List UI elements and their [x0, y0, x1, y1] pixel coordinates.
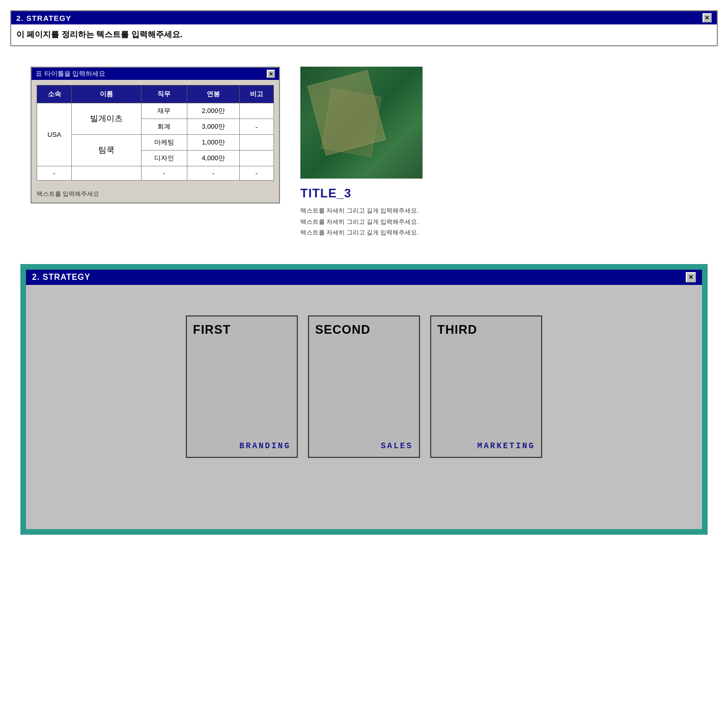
table-footer: 텍스트를 입력해주세요 — [32, 186, 279, 202]
top-strategy-panel: 2. STRATEGY ✕ 이 페이지를 정리하는 텍스트를 입력해주세요. — [10, 10, 718, 46]
cell-role-design: 디자인 — [141, 151, 187, 166]
card-third: THIRD MARKETING — [430, 315, 542, 458]
cell-role-accounting: 회계 — [141, 119, 187, 135]
card-first-subtitle: BRANDING — [193, 442, 291, 451]
table-close-button[interactable]: ✕ — [267, 70, 275, 78]
cell-note-3 — [239, 135, 273, 151]
cell-note-2: - — [239, 119, 273, 135]
desc-line-2: 텍스트를 자세히 그리고 길게 입력해주세요. — [300, 217, 697, 228]
col-header-note: 비고 — [239, 85, 273, 103]
card-first-title: FIRST — [193, 323, 291, 337]
top-strategy-body: 이 페이지를 정리하는 텍스트를 입력해주세요. — [11, 24, 717, 45]
cell-footer-role: - — [141, 166, 187, 181]
cell-salary-4000: 4,000만 — [187, 151, 240, 166]
cell-footer-name — [72, 166, 141, 181]
top-strategy-titlebar: 2. STRATEGY ✕ — [11, 11, 717, 24]
bottom-section: 2. STRATEGY ✕ FIRST BRANDING SECOND SALE… — [20, 264, 708, 535]
table-window: 표 타이틀을 입력하세요 ✕ 소속 이름 직무 연봉 비고 — [31, 67, 280, 203]
cell-note-1 — [239, 103, 273, 119]
cell-affiliation-usa: USA — [37, 103, 72, 166]
bottom-content: FIRST BRANDING SECOND SALES THIRD MARKET… — [26, 285, 702, 488]
cell-role-finance: 재무 — [141, 103, 187, 119]
col-header-name: 이름 — [72, 85, 141, 103]
card-third-title: THIRD — [437, 323, 535, 337]
table-row: 팀쿡 마케팅 1,000만 — [37, 135, 274, 151]
right-content: TITLE_3 텍스트를 자세히 그리고 길게 입력해주세요. 텍스트를 자세히… — [300, 67, 697, 239]
desc-line-1: 텍스트를 자세히 그리고 길게 입력해주세요. — [300, 206, 697, 217]
table-title: 표 타이틀을 입력하세요 — [36, 69, 105, 78]
data-table: 소속 이름 직무 연봉 비고 USA 빌게이츠 재무 2,000만 — [37, 85, 274, 181]
cell-note-4 — [239, 151, 273, 166]
card-second-subtitle: SALES — [315, 442, 413, 451]
cell-footer-salary: - — [187, 166, 240, 181]
top-strategy-title: 2. STRATEGY — [16, 14, 71, 22]
cards-row: FIRST BRANDING SECOND SALES THIRD MARKET… — [46, 315, 682, 458]
bottom-title: 2. STRATEGY — [32, 273, 91, 282]
top-strategy-text: 이 페이지를 정리하는 텍스트를 입력해주세요. — [16, 30, 182, 39]
desc-line-3: 텍스트를 자세히 그리고 길게 입력해주세요. — [300, 227, 697, 239]
cell-footer-note: - — [239, 166, 273, 181]
card-second: SECOND SALES — [308, 315, 420, 458]
card-third-subtitle: MARKETING — [437, 442, 535, 451]
cell-footer-affiliation: - — [37, 166, 72, 181]
col-header-role: 직무 — [141, 85, 187, 103]
cell-salary-2000: 2,000만 — [187, 103, 240, 119]
content-description: 텍스트를 자세히 그리고 길게 입력해주세요. 텍스트를 자세히 그리고 길게 … — [300, 206, 697, 239]
col-header-affiliation: 소속 — [37, 85, 72, 103]
cell-role-marketing: 마케팅 — [141, 135, 187, 151]
bottom-padding — [26, 488, 702, 529]
content-image — [300, 67, 423, 179]
card-second-title: SECOND — [315, 323, 413, 337]
bottom-close-button[interactable]: ✕ — [686, 272, 696, 282]
card-first: FIRST BRANDING — [186, 315, 298, 458]
content-title: TITLE_3 — [300, 186, 697, 200]
table-row-footer: - - - - — [37, 166, 274, 181]
table-row: USA 빌게이츠 재무 2,000만 — [37, 103, 274, 119]
bottom-titlebar: 2. STRATEGY ✕ — [26, 270, 702, 285]
top-close-button[interactable]: ✕ — [703, 13, 712, 22]
col-header-salary: 연봉 — [187, 85, 240, 103]
cell-salary-3000: 3,000만 — [187, 119, 240, 135]
cell-name-timcook: 팀쿡 — [72, 135, 141, 166]
table-titlebar: 표 타이틀을 입력하세요 ✕ — [32, 68, 279, 80]
bottom-window: 2. STRATEGY ✕ FIRST BRANDING SECOND SALE… — [26, 270, 702, 529]
image-overlay — [321, 88, 381, 157]
cell-name-billgates: 빌게이츠 — [72, 103, 141, 135]
cell-salary-1000: 1,000만 — [187, 135, 240, 151]
